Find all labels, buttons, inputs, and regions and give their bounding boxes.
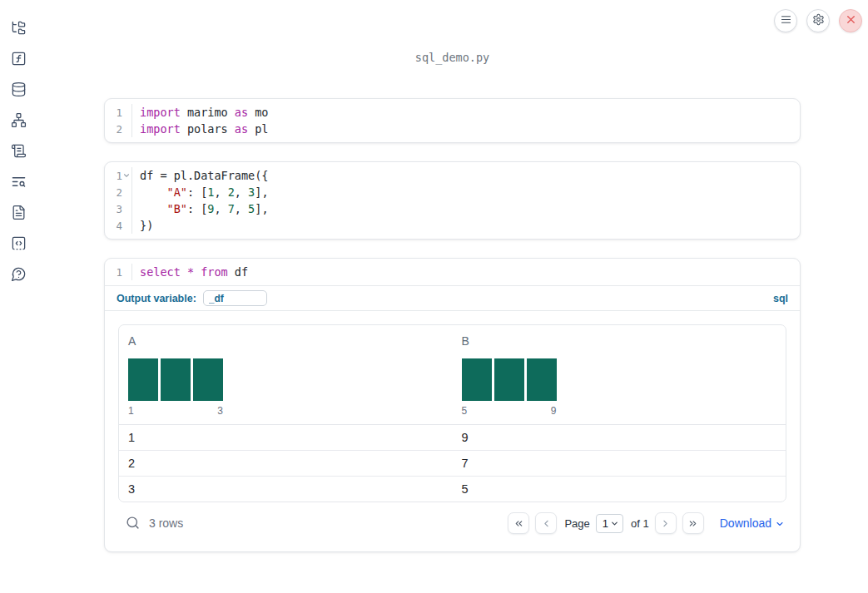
histogram-bar (161, 358, 191, 401)
histogram-bar (128, 358, 158, 401)
sidebar-item-help[interactable] (11, 267, 27, 283)
table-cell: 9 (453, 425, 786, 450)
column-histogram: 59 (462, 358, 557, 417)
sidebar-item-scratchpad[interactable] (11, 236, 27, 252)
folder-tree-icon (11, 20, 27, 38)
code-line: }) (140, 217, 269, 234)
column-header-A[interactable]: A13 (119, 325, 453, 424)
chevron-down-icon (775, 519, 785, 529)
fold-spacer (122, 221, 131, 230)
database-icon (11, 82, 27, 100)
language-badge: sql (773, 293, 788, 304)
code-line: import polars as pl (140, 121, 268, 137)
column-name: B (462, 334, 777, 348)
fold-spacer (122, 108, 131, 117)
line-number: 3 (116, 203, 122, 215)
code-editor[interactable]: import marimo as moimport polars as pl (132, 104, 268, 137)
help-bubble-icon (11, 266, 27, 284)
previous-page-button[interactable] (535, 512, 557, 534)
page-number-select[interactable]: 1 (596, 514, 623, 533)
code-line: df = pl.DataFrame({ (140, 167, 269, 184)
code-line: "A": [1, 2, 3], (140, 184, 269, 200)
histogram-min-label: 1 (128, 405, 134, 417)
table-row: 19 (119, 425, 786, 450)
table-header-row: A13B59 (119, 325, 786, 425)
histogram-bar (527, 358, 557, 401)
column-header-B[interactable]: B59 (453, 325, 786, 424)
sidebar-item-documentation[interactable] (11, 205, 27, 221)
line-number: 1 (116, 170, 122, 182)
sidebar-item-dependencies[interactable] (11, 113, 27, 129)
menu-icon (780, 13, 792, 28)
line-number: 1 (116, 106, 122, 119)
line-number-gutter: 1 (105, 264, 132, 280)
code-editor[interactable]: df = pl.DataFrame({ "A": [1, 2, 3], "B":… (132, 167, 269, 234)
line-number: 4 (116, 220, 122, 232)
sql-cell-toolbar: Output variable: sql (105, 285, 800, 310)
histogram-min-label: 5 (462, 405, 468, 417)
close-button[interactable] (839, 9, 862, 32)
line-number: 2 (116, 186, 122, 199)
next-page-button[interactable] (655, 512, 677, 534)
notebook-filename[interactable]: sql_demo.py (37, 51, 868, 64)
table-row: 35 (119, 476, 786, 502)
row-count: 3 rows (149, 516, 183, 530)
gear-icon (812, 13, 825, 28)
table-cell: 7 (453, 451, 786, 476)
sidebar-item-data-sources[interactable] (11, 82, 27, 98)
sidebar-item-variables[interactable] (11, 52, 27, 67)
fold-spacer (122, 125, 131, 134)
histogram-bar (494, 358, 524, 401)
sidebar-item-outline-search[interactable] (11, 175, 27, 190)
page-number-value: 1 (603, 517, 608, 530)
fold-spacer (122, 268, 131, 277)
download-label: Download (720, 516, 771, 530)
page-label: Page (564, 517, 589, 530)
output-variable-input[interactable] (203, 290, 267, 306)
line-number: 2 (116, 123, 122, 136)
fold-chevron-icon[interactable] (122, 171, 131, 180)
settings-button[interactable] (806, 9, 830, 32)
histogram-bar (193, 358, 223, 401)
last-page-button[interactable] (682, 512, 704, 534)
notebook-cells: 12 import marimo as moimport polars as p… (104, 98, 801, 552)
chevron-down-icon (610, 519, 619, 528)
close-icon (845, 13, 857, 28)
histogram-max-label: 9 (551, 405, 557, 417)
menu-button[interactable] (774, 9, 797, 32)
code-line: select * from df (140, 264, 248, 280)
line-number-gutter: 1234 (105, 167, 132, 234)
sql-editor[interactable]: select * from df (132, 264, 248, 280)
fold-spacer (122, 205, 131, 214)
table-cell: 5 (453, 477, 786, 502)
line-number: 1 (116, 266, 122, 279)
table-body: 192735 (119, 425, 786, 502)
table-cell: 1 (119, 425, 453, 450)
page-of-label: of 1 (631, 517, 649, 530)
column-histogram: 13 (128, 358, 223, 417)
text-search-icon (11, 174, 27, 192)
cell-output-area: A13B59 192735 3 rows Page 1 (105, 310, 800, 551)
code-line: import marimo as mo (140, 104, 268, 121)
download-button[interactable]: Download (720, 516, 785, 530)
table-cell: 3 (119, 477, 453, 502)
code-cell-imports: 12 import marimo as moimport polars as p… (104, 98, 801, 143)
scroll-text-icon (11, 143, 27, 161)
helper-sidebar (0, 0, 37, 593)
table-cell: 2 (119, 451, 453, 476)
sidebar-item-file-explorer[interactable] (11, 21, 27, 37)
fold-spacer (122, 188, 131, 197)
table-row: 27 (119, 450, 786, 476)
column-name: A (128, 334, 444, 348)
search-icon[interactable] (126, 516, 141, 531)
function-square-icon (11, 51, 27, 69)
file-text-icon (11, 205, 27, 223)
histogram-bar (462, 358, 492, 401)
table-footer: 3 rows Page 1 of 1 (118, 511, 786, 535)
window-controls (774, 9, 862, 32)
pagination: Page 1 of 1 Download (508, 512, 785, 534)
network-icon (11, 112, 27, 131)
sidebar-item-logs[interactable] (11, 144, 27, 160)
first-page-button[interactable] (508, 512, 529, 534)
histogram-max-label: 3 (217, 405, 223, 417)
